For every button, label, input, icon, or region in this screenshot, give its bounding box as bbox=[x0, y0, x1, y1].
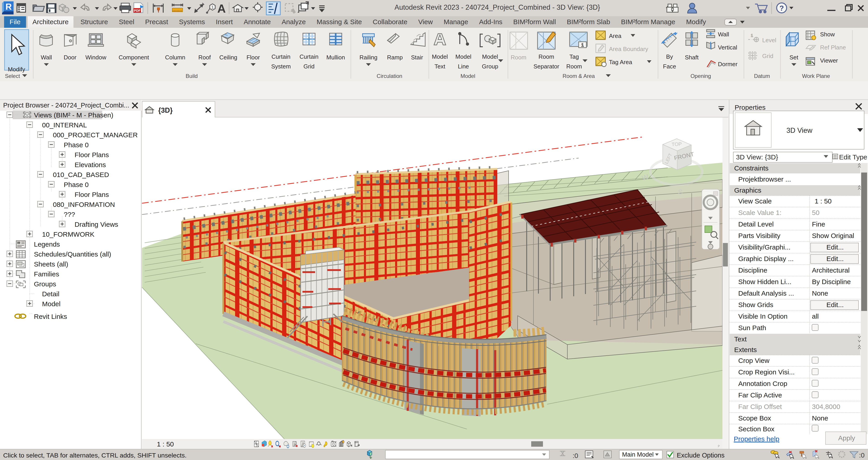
svg-text:Far Clip Offset: Far Clip Offset bbox=[738, 403, 782, 410]
svg-text:Separator: Separator bbox=[533, 63, 559, 70]
svg-text:Room & Area: Room & Area bbox=[563, 73, 595, 79]
svg-text:PDF: PDF bbox=[134, 8, 141, 12]
svg-text:Visibility/Graphi...: Visibility/Graphi... bbox=[738, 243, 790, 251]
svg-text:10_FORMWORK: 10_FORMWORK bbox=[42, 231, 94, 238]
svg-text:Vertical: Vertical bbox=[718, 44, 737, 51]
svg-text:Fine: Fine bbox=[812, 220, 825, 228]
svg-text:Architectural: Architectural bbox=[812, 266, 850, 274]
svg-text:Window: Window bbox=[86, 54, 106, 61]
svg-text:Build: Build bbox=[186, 73, 197, 79]
svg-text:Floor Plans: Floor Plans bbox=[74, 191, 109, 198]
svg-text:Model: Model bbox=[432, 53, 448, 60]
svg-text:1 : 50: 1 : 50 bbox=[157, 440, 174, 448]
svg-text:Crop Region Visi...: Crop Region Visi... bbox=[738, 368, 795, 376]
svg-text:Room: Room bbox=[538, 53, 554, 60]
svg-text:?: ? bbox=[779, 4, 784, 12]
svg-text:Revit Links: Revit Links bbox=[34, 313, 67, 320]
svg-text:Group: Group bbox=[482, 63, 498, 70]
svg-text:Text: Text bbox=[734, 335, 747, 343]
svg-text:Opening: Opening bbox=[690, 73, 711, 79]
svg-text:Select: Select bbox=[5, 73, 20, 79]
svg-text:???: ??? bbox=[64, 211, 75, 218]
svg-text:Mullion: Mullion bbox=[327, 54, 345, 61]
svg-text:Phase 0: Phase 0 bbox=[64, 181, 89, 188]
svg-text:Views (BIM² - M - Phasen): Views (BIM² - M - Phasen) bbox=[34, 111, 113, 119]
svg-text:Default Analysis ...: Default Analysis ... bbox=[738, 290, 794, 297]
svg-text:Legends: Legends bbox=[34, 240, 60, 248]
svg-text:Wall: Wall bbox=[718, 31, 729, 38]
svg-text:Room: Room bbox=[510, 54, 526, 61]
svg-text:Face: Face bbox=[663, 63, 676, 70]
svg-text::0: :0 bbox=[859, 452, 865, 459]
svg-text:3D View: {3D}: 3D View: {3D} bbox=[736, 153, 778, 161]
svg-text:Area: Area bbox=[609, 33, 621, 39]
svg-text:Visible In Option: Visible In Option bbox=[738, 313, 787, 320]
svg-text:Edit Type: Edit Type bbox=[839, 153, 867, 161]
svg-text:Roof: Roof bbox=[198, 54, 211, 61]
svg-text:Work Plane: Work Plane bbox=[802, 73, 830, 79]
svg-text:Graphic Display ...: Graphic Display ... bbox=[738, 255, 794, 262]
svg-text:Curtain: Curtain bbox=[272, 53, 290, 60]
svg-text:Detail: Detail bbox=[42, 290, 59, 298]
svg-text:Discipline: Discipline bbox=[738, 266, 767, 274]
svg-text:Scale Value 1:: Scale Value 1: bbox=[738, 209, 781, 216]
svg-text:Ramp: Ramp bbox=[387, 54, 403, 61]
svg-text:Stair: Stair bbox=[411, 54, 423, 61]
svg-text:By Discipline: By Discipline bbox=[812, 278, 851, 286]
svg-text:Area Boundary: Area Boundary bbox=[609, 45, 648, 53]
svg-text:Floor: Floor bbox=[246, 54, 260, 61]
svg-text:000_PROJECT_MANAGER: 000_PROJECT_MANAGER bbox=[53, 131, 138, 139]
svg-text:Constraints: Constraints bbox=[734, 164, 769, 172]
svg-text:Column: Column bbox=[165, 54, 185, 61]
svg-text:Wall: Wall bbox=[41, 54, 52, 61]
svg-text:Phase 0: Phase 0 bbox=[64, 141, 89, 149]
svg-text:Parts Visibility: Parts Visibility bbox=[738, 232, 780, 239]
svg-text:Model: Model bbox=[460, 73, 475, 79]
svg-text:Line: Line bbox=[458, 63, 469, 70]
svg-text:Model: Model bbox=[482, 53, 498, 60]
svg-text::0: :0 bbox=[572, 452, 578, 459]
svg-text:50: 50 bbox=[812, 209, 819, 216]
svg-text:Properties: Properties bbox=[735, 104, 766, 111]
svg-text:Properties help: Properties help bbox=[734, 435, 779, 442]
svg-text:Click to select, TAB for alter: Click to select, TAB for alternates, CTR… bbox=[3, 452, 187, 459]
svg-text:Drafting Views: Drafting Views bbox=[74, 221, 118, 228]
svg-text:Show Hidden Li...: Show Hidden Li... bbox=[738, 278, 792, 286]
svg-text:Model: Model bbox=[42, 300, 61, 307]
svg-text:Apply: Apply bbox=[838, 434, 855, 442]
svg-text:Modify: Modify bbox=[8, 66, 25, 73]
svg-text:Tag: Tag bbox=[569, 53, 579, 60]
svg-text:1: 1 bbox=[581, 42, 584, 47]
svg-text:None: None bbox=[812, 415, 828, 422]
svg-text:Text: Text bbox=[434, 63, 445, 70]
svg-text:Door: Door bbox=[64, 54, 76, 61]
svg-text:Graphics: Graphics bbox=[734, 187, 761, 194]
svg-text:080_INFORMATION: 080_INFORMATION bbox=[53, 201, 115, 208]
svg-text:Component: Component bbox=[119, 54, 149, 61]
svg-text:Sheets (all): Sheets (all) bbox=[34, 260, 68, 268]
svg-text:1: 1 bbox=[751, 34, 753, 37]
svg-text:Extents: Extents bbox=[734, 346, 757, 353]
svg-text:Railing: Railing bbox=[360, 54, 377, 61]
svg-text:By: By bbox=[666, 53, 673, 60]
svg-text:00_INTERNAL: 00_INTERNAL bbox=[42, 121, 87, 129]
svg-text:Grid: Grid bbox=[303, 63, 314, 70]
svg-text:Show: Show bbox=[820, 31, 835, 38]
svg-text:Level: Level bbox=[762, 37, 776, 43]
svg-text:all: all bbox=[812, 313, 819, 320]
svg-text:Tag Area: Tag Area bbox=[609, 59, 632, 65]
svg-text:Edit...: Edit... bbox=[827, 243, 844, 251]
svg-text:Section Box: Section Box bbox=[738, 425, 774, 433]
svg-text:Edit...: Edit... bbox=[827, 255, 844, 262]
svg-text:TOP: TOP bbox=[672, 141, 682, 147]
svg-text:Detail Level: Detail Level bbox=[738, 220, 774, 228]
svg-text:Annotation Crop: Annotation Crop bbox=[738, 380, 787, 387]
svg-text:Groups: Groups bbox=[34, 280, 56, 288]
svg-text:Floor Plans: Floor Plans bbox=[74, 151, 109, 159]
svg-text:Viewer: Viewer bbox=[820, 57, 838, 64]
svg-text:Ref Plane: Ref Plane bbox=[820, 44, 846, 51]
svg-text:Far Clip Active: Far Clip Active bbox=[738, 391, 782, 399]
svg-text:Model: Model bbox=[456, 53, 471, 60]
svg-text:Set: Set bbox=[789, 54, 798, 61]
svg-text:Datum: Datum bbox=[754, 73, 770, 79]
